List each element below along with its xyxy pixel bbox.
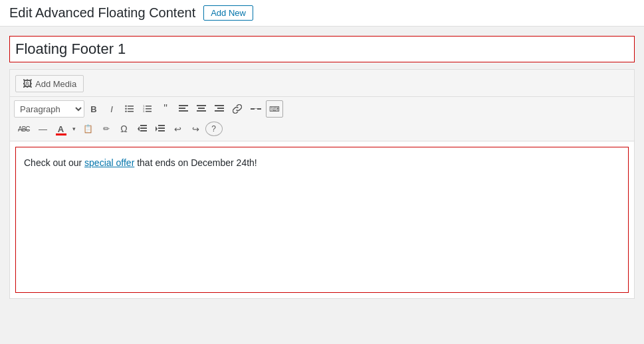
toolbar-row-2: ABC — A ▾ 📋 ✏ Ω ↩ ↪ ?	[13, 119, 631, 139]
redo-button[interactable]: ↪	[187, 120, 205, 137]
svg-rect-15	[197, 105, 206, 106]
svg-marker-27	[138, 126, 140, 131]
indent-button[interactable]	[152, 120, 169, 137]
add-new-button[interactable]: Add New	[203, 5, 253, 21]
editor-link[interactable]: special offer	[84, 157, 134, 168]
outdent-button[interactable]	[134, 120, 151, 137]
special-char-button[interactable]: Ω	[116, 120, 133, 137]
svg-rect-23	[251, 108, 261, 109]
align-center-button[interactable]	[193, 100, 210, 118]
svg-rect-13	[179, 108, 185, 109]
svg-text:3.: 3.	[143, 110, 145, 113]
editor-content-before-link: Check out our	[24, 157, 84, 168]
svg-rect-19	[217, 108, 224, 109]
svg-point-4	[125, 108, 126, 110]
svg-rect-30	[158, 130, 165, 131]
insert-link-button[interactable]	[229, 100, 246, 118]
svg-rect-24	[140, 125, 147, 126]
unordered-list-button[interactable]	[121, 100, 138, 118]
post-title-wrap	[9, 36, 635, 62]
clear-formatting-button[interactable]: ✏	[98, 120, 115, 137]
svg-rect-28	[158, 125, 165, 126]
editor-wrap: 🖼 Add Media Paragraph Heading 1 Heading …	[9, 69, 635, 299]
add-media-row: 🖼 Add Media	[10, 70, 634, 97]
horizontal-rule-button[interactable]: —	[35, 120, 52, 137]
svg-rect-14	[179, 110, 188, 112]
svg-rect-2	[128, 111, 134, 112]
strikethrough-button[interactable]: ABC	[14, 120, 34, 137]
color-indicator	[56, 133, 66, 135]
svg-rect-26	[140, 130, 147, 131]
editor-body[interactable]: Check out our special offer that ends on…	[15, 147, 629, 293]
svg-rect-6	[146, 106, 152, 107]
svg-rect-8	[146, 111, 152, 112]
editor-content-after-link: that ends on December 24th!	[134, 157, 257, 168]
align-left-button[interactable]	[175, 100, 192, 118]
svg-rect-17	[197, 110, 206, 112]
svg-rect-29	[158, 128, 165, 129]
add-media-icon: 🖼	[23, 78, 32, 89]
keyboard-shortcuts-button[interactable]: ⌨	[266, 100, 283, 118]
svg-rect-7	[146, 108, 152, 110]
ordered-list-button[interactable]: 1.2.3.	[139, 100, 156, 118]
add-media-label: Add Media	[35, 79, 76, 89]
main-content: 🖼 Add Media Paragraph Heading 1 Heading …	[0, 27, 644, 308]
insert-more-button[interactable]	[247, 100, 265, 118]
color-dropdown-button[interactable]: ▾	[70, 120, 78, 137]
svg-point-3	[125, 106, 126, 107]
svg-rect-18	[215, 105, 224, 106]
svg-rect-12	[179, 105, 188, 106]
editor-toolbar: Paragraph Heading 1 Heading 2 Heading 3 …	[10, 97, 634, 141]
svg-rect-25	[140, 128, 147, 129]
help-button[interactable]: ?	[205, 122, 223, 136]
blockquote-button[interactable]: "	[157, 100, 174, 118]
text-color-button[interactable]: A	[53, 120, 70, 137]
bold-button[interactable]: B	[85, 100, 102, 118]
paste-text-button[interactable]: 📋	[79, 120, 97, 137]
post-title-input[interactable]	[9, 36, 635, 62]
add-media-button[interactable]: 🖼 Add Media	[15, 75, 84, 92]
page-header: Edit Advanced Floating Content Add New	[0, 0, 644, 27]
svg-rect-1	[128, 108, 134, 110]
svg-rect-20	[215, 110, 224, 112]
svg-marker-31	[156, 126, 158, 131]
align-right-button[interactable]	[211, 100, 228, 118]
page-title: Edit Advanced Floating Content	[9, 5, 195, 21]
svg-rect-0	[128, 106, 134, 107]
italic-button[interactable]: I	[103, 100, 120, 118]
undo-button[interactable]: ↩	[169, 120, 187, 137]
svg-rect-16	[198, 108, 205, 109]
toolbar-row-1: Paragraph Heading 1 Heading 2 Heading 3 …	[13, 99, 631, 119]
svg-point-5	[125, 111, 126, 112]
paragraph-select[interactable]: Paragraph Heading 1 Heading 2 Heading 3 …	[14, 100, 84, 118]
